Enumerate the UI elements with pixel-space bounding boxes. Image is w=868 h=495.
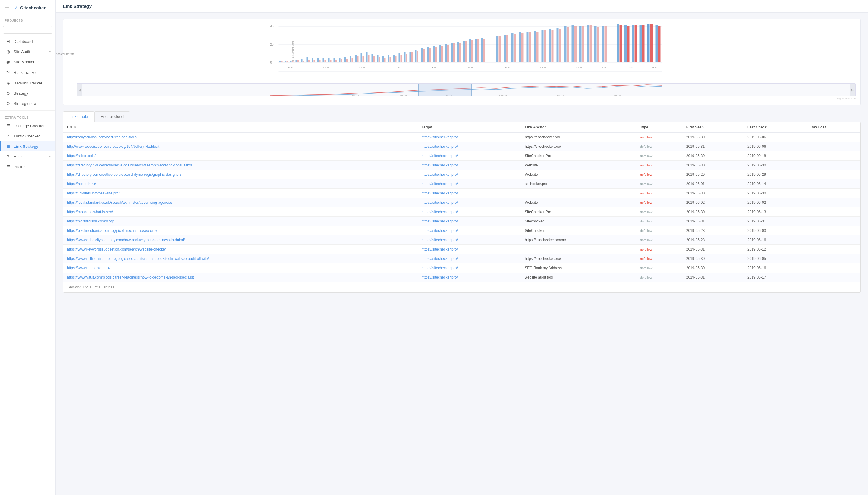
hamburger-icon[interactable]: ☰ (5, 5, 9, 11)
sidebar-item-site-monitoring[interactable]: ◉ Site Monitoring (0, 57, 55, 67)
svg-rect-48 (390, 57, 391, 63)
backlink-tracker-icon: ◈ (6, 81, 11, 85)
target-link[interactable]: https://sitechecker.pro/ (422, 219, 458, 223)
url-link[interactable]: https://directory.gloucestershirelive.co… (67, 163, 192, 167)
sidebar-item-traffic-checker[interactable]: ↗ Traffic Checker (0, 131, 55, 141)
sidebar-search-input[interactable] (3, 26, 52, 34)
target-link[interactable]: https://sitechecker.pro/ (422, 247, 458, 252)
site-audit-icon: ◎ (6, 49, 11, 54)
cell-anchor: sitchocker.pro (521, 180, 636, 189)
sidebar-item-site-audit[interactable]: ◎ Site Audit ▾ (0, 47, 55, 57)
sidebar-search-wrapper (0, 23, 55, 36)
target-link[interactable]: https://sitechecker.pro/ (422, 144, 458, 149)
target-link[interactable]: https://sitechecker.pro/ (422, 201, 458, 205)
svg-rect-16 (303, 61, 305, 63)
svg-rect-112 (620, 25, 622, 63)
col-first-seen: First Seen (683, 122, 744, 133)
type-badge: nofollow (640, 201, 652, 204)
cell-day-lost (807, 142, 861, 151)
cell-url: https://adop.tools/ (63, 151, 418, 161)
cell-last-check: 2019-06-05 (744, 254, 807, 263)
target-link[interactable]: https://sitechecker.pro/ (422, 257, 458, 261)
sidebar-item-on-page-checker[interactable]: ☰ On Page Checker (0, 121, 55, 131)
svg-rect-61 (427, 47, 429, 63)
cell-target: https://sitechecker.pro/ (418, 180, 521, 189)
col-anchor: Link Anchor (521, 122, 636, 133)
cell-url: http://www.weediscool.com/readblog/154/J… (63, 142, 418, 151)
svg-rect-119 (647, 24, 650, 63)
svg-rect-97 (557, 28, 559, 63)
url-link[interactable]: https://www.dubaicitycompany.com/how-and… (67, 238, 185, 242)
table-row: https://directory.gloucestershirelive.co… (63, 161, 861, 170)
target-link[interactable]: https://sitechecker.pro/ (422, 135, 458, 139)
cell-last-check: 2019-05-30 (744, 161, 807, 170)
svg-rect-98 (559, 29, 561, 63)
col-last-check: Last Check (744, 122, 807, 133)
url-link[interactable]: https://www.millionaiirum.com/google-seo… (67, 257, 209, 261)
sidebar-item-label: Strategy (14, 91, 28, 96)
target-link[interactable]: https://sitechecker.pro/ (422, 154, 458, 158)
chevron-down-icon: ▾ (49, 50, 51, 53)
cell-first-seen: 2019-06-01 (683, 180, 744, 189)
target-link[interactable]: https://sitechecker.pro/ (422, 210, 458, 214)
svg-rect-40 (368, 55, 369, 63)
cell-anchor: https://sitechecker.pro (521, 133, 636, 142)
sidebar-item-label: Rank Tracker (14, 70, 37, 75)
cell-last-check: 2019-06-06 (744, 133, 807, 142)
cell-day-lost (807, 254, 861, 263)
url-link[interactable]: https://pixelmechanics.com.sg/pixel-mech… (67, 228, 161, 233)
svg-rect-44 (379, 57, 380, 63)
svg-text:40: 40 (270, 25, 274, 28)
sidebar-item-strategy-new[interactable]: ⊙ Strategy new (0, 98, 55, 108)
url-link[interactable]: http://www.weediscool.com/readblog/154/J… (67, 144, 159, 149)
tab-links-table[interactable]: Links table (63, 111, 94, 122)
svg-rect-105 (587, 25, 589, 63)
url-link[interactable]: https://www.vault.com/blogs/career-readi… (67, 275, 194, 279)
page-title: Link Strategy (56, 0, 868, 13)
sort-icon-url: ▾ (74, 125, 76, 129)
url-link[interactable]: https://directory.somersetlive.co.uk/sea… (67, 172, 182, 177)
sidebar-header: ☰ ✓ Sitechecker (0, 0, 55, 15)
cell-anchor: https://sitechecker.pro/ (521, 254, 636, 263)
cell-day-lost (807, 198, 861, 207)
url-link[interactable]: https://hosteria.ru/ (67, 182, 96, 186)
chart-scroll-left[interactable]: ◁ (77, 84, 82, 96)
cell-type: nofollow (637, 170, 683, 180)
target-link[interactable]: https://sitechecker.pro/ (422, 163, 458, 167)
sidebar-item-dashboard[interactable]: ⊞ Dashboard (0, 36, 55, 47)
sidebar-item-pricing[interactable]: ☰ Pricing (0, 161, 55, 172)
sidebar-item-backlink-tracker[interactable]: ◈ Backlink Tracker (0, 78, 55, 88)
sidebar-item-rank-tracker[interactable]: 〜 Rank Tracker (0, 67, 55, 78)
cell-last-check: 2019-06-03 (744, 226, 807, 236)
target-link[interactable]: https://sitechecker.pro/ (422, 275, 458, 279)
cell-day-lost (807, 273, 861, 282)
cell-day-lost (807, 151, 861, 161)
target-link[interactable]: https://sitechecker.pro/ (422, 191, 458, 195)
url-link[interactable]: https://linkstats.info/best-site.pro/ (67, 191, 120, 195)
url-link[interactable]: https://moanit.io/what-is-seo/ (67, 210, 113, 214)
url-link[interactable]: https://www.morounique.tk/ (67, 266, 110, 270)
cell-first-seen: 2019-05-31 (683, 217, 744, 226)
sidebar-item-help[interactable]: ? Help ▾ (0, 151, 55, 161)
url-link[interactable]: https://local.standard.co.uk/search/axmi… (67, 201, 173, 205)
svg-text:18 w: 18 w (468, 66, 474, 69)
svg-text:Dec '18: Dec '18 (499, 94, 507, 97)
url-link[interactable]: https://www.keywordssuggestion.com/searc… (67, 247, 166, 252)
chart-scroll-right[interactable]: ▷ (850, 84, 855, 96)
tab-anchor-cloud[interactable]: Anchor cloud (94, 111, 130, 122)
url-link[interactable]: https://nickthrolson.com/blog/ (67, 219, 114, 223)
target-link[interactable]: https://sitechecker.pro/ (422, 238, 458, 242)
cell-day-lost (807, 263, 861, 273)
sidebar-item-label: Help (14, 154, 22, 159)
cell-first-seen: 2019-05-30 (683, 151, 744, 161)
url-link[interactable]: http://korayodabasi.com/best-free-seo-to… (67, 135, 137, 139)
col-url[interactable]: Url ▾ (63, 122, 418, 133)
target-link[interactable]: https://sitechecker.pro/ (422, 172, 458, 177)
target-link[interactable]: https://sitechecker.pro/ (422, 266, 458, 270)
sidebar-item-link-strategy[interactable]: ▦ Link Strategy (0, 141, 55, 151)
sidebar-item-strategy[interactable]: ⊙ Strategy (0, 88, 55, 98)
url-link[interactable]: https://adop.tools/ (67, 154, 96, 158)
target-link[interactable]: https://sitechecker.pro/ (422, 228, 458, 233)
main-area: Link Strategy Links count total 40 20 0 (56, 0, 868, 495)
target-link[interactable]: https://sitechecker.pro/ (422, 182, 458, 186)
